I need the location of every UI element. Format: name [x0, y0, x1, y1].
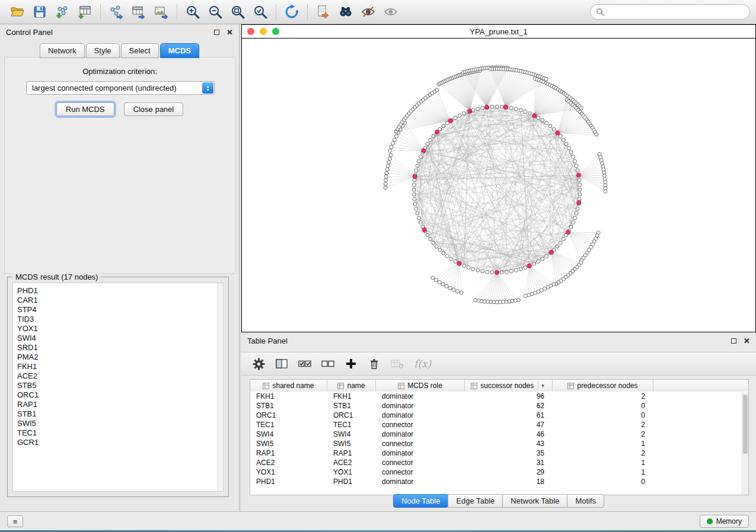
tab-network[interactable]: Network	[40, 43, 85, 58]
mcds-result-item[interactable]: SWI5	[17, 419, 213, 428]
table-row[interactable]: YOX1YOX1connector291	[250, 467, 748, 477]
mcds-result-item[interactable]: SRD1	[17, 343, 213, 352]
delete-table-icon[interactable]	[388, 355, 406, 373]
mcds-result-item[interactable]: TID3	[17, 315, 213, 324]
table-row[interactable]: TEC1TEC1connector472	[250, 420, 748, 430]
tab-edge-table[interactable]: Edge Table	[448, 494, 503, 508]
table-grid-icon	[398, 383, 404, 389]
table-row[interactable]: STB1STB1dominator620	[250, 401, 748, 411]
tab-mcds[interactable]: MCDS	[160, 43, 199, 58]
hide-selected-icon[interactable]	[357, 2, 379, 22]
column-header-successor-nodes[interactable]: successor nodes▾	[465, 380, 553, 392]
mcds-result-item[interactable]: RAP1	[17, 400, 213, 409]
mcds-result-item[interactable]: FKH1	[17, 362, 213, 371]
mcds-result-item[interactable]: PMA2	[17, 352, 213, 362]
export-image-icon[interactable]	[150, 2, 173, 22]
optimization-criterion-select[interactable]: largest connected component (undirected)…	[26, 81, 215, 95]
optimization-criterion-label: Optimization criterion:	[5, 67, 235, 76]
column-header-MCDS-role[interactable]: MCDS role	[376, 380, 465, 392]
memory-button[interactable]: Memory	[700, 515, 749, 528]
mcds-result-item[interactable]: ACE2	[17, 371, 213, 381]
search-box[interactable]	[590, 4, 750, 20]
mcds-result-list[interactable]: PHD1CAR1STP4TID3YOX1SWI4SRD1PMA2FKH1ACE2…	[12, 283, 218, 492]
function-builder-icon[interactable]: f(x)	[414, 358, 431, 370]
zoom-in-icon[interactable]	[181, 2, 204, 22]
save-session-icon[interactable]	[28, 2, 51, 22]
float-panel-icon[interactable]	[731, 338, 736, 344]
show-columns-icon[interactable]	[273, 355, 291, 373]
table-header-row: shared namenameMCDS rolesuccessor nodes▾…	[250, 380, 748, 392]
table-scrollbar[interactable]	[742, 392, 748, 495]
table-cell: FKH1	[250, 392, 327, 400]
column-header-predecessor-nodes[interactable]: predecessor nodes	[553, 380, 653, 392]
network-window: YPA_prune.txt_1	[241, 24, 756, 332]
table-cell: 35	[465, 449, 553, 457]
table-row[interactable]: ORC1ORC1dominator610	[250, 411, 748, 420]
column-menu-icon[interactable]: ▾	[538, 382, 546, 390]
zoom-selected-icon[interactable]	[249, 2, 272, 22]
table-cell: SWI5	[327, 440, 376, 448]
import-table-icon[interactable]	[74, 2, 96, 22]
tab-style[interactable]: Style	[86, 43, 120, 58]
table-browser-tabs: Node TableEdge TableNetwork TableMotifs	[241, 494, 756, 508]
table-cell: SWI5	[250, 440, 327, 448]
tab-motifs[interactable]: Motifs	[567, 494, 604, 508]
column-header-name[interactable]: name	[327, 380, 376, 392]
table-row[interactable]: FKH1FKH1dominator962	[250, 392, 748, 401]
table-settings-gear-icon[interactable]	[250, 355, 267, 373]
show-all-icon[interactable]	[379, 2, 402, 22]
table-row[interactable]: SWI5SWI5connector431	[250, 439, 748, 448]
export-table-icon[interactable]	[127, 2, 150, 22]
zoom-out-icon[interactable]	[204, 2, 227, 22]
apply-layout-icon[interactable]	[280, 2, 303, 22]
table-cell: dominator	[376, 402, 465, 410]
open-file-icon[interactable]	[6, 2, 28, 22]
network-canvas[interactable]	[242, 39, 755, 332]
tab-node-table[interactable]: Node Table	[393, 494, 449, 508]
tab-network-table[interactable]: Network Table	[502, 494, 567, 508]
close-panel-button[interactable]: Close panel	[124, 102, 184, 116]
table-cell: YOX1	[327, 468, 376, 476]
mcds-result-item[interactable]: ORC1	[17, 390, 213, 400]
table-cell: ORC1	[327, 411, 376, 419]
float-panel-icon[interactable]	[214, 30, 219, 35]
mcds-result-item[interactable]: STB5	[17, 381, 213, 390]
close-panel-icon[interactable]: ✕	[744, 337, 750, 345]
mcds-list-scrollbar[interactable]	[218, 283, 224, 492]
table-row[interactable]: PHD1PHD1dominator180	[250, 477, 748, 486]
mcds-result-item[interactable]: SWI4	[17, 334, 213, 343]
mcds-result-item[interactable]: STB1	[17, 409, 213, 419]
network-graph[interactable]	[242, 39, 755, 332]
table-row[interactable]: ACE2ACE2connector311	[250, 458, 748, 467]
dropdown-stepper-icon[interactable]: ▲ ▼	[202, 82, 213, 94]
table-panel: Table Panel ✕	[241, 333, 756, 511]
status-menu-button[interactable]: ≡	[7, 515, 23, 527]
copy-network-icon[interactable]	[312, 2, 334, 22]
mcds-result-item[interactable]: YOX1	[17, 324, 213, 334]
deselect-all-icon[interactable]	[319, 355, 337, 373]
select-all-icon[interactable]	[296, 355, 314, 373]
mcds-result-item[interactable]: TEC1	[17, 428, 213, 438]
export-network-icon[interactable]	[105, 2, 127, 22]
close-panel-icon[interactable]: ✕	[227, 28, 233, 36]
table-cell: 1	[553, 440, 653, 448]
table-grid-icon	[567, 383, 574, 389]
zoom-fit-icon[interactable]	[227, 2, 249, 22]
table-row[interactable]: SWI4SWI4dominator462	[250, 430, 748, 439]
binoculars-icon[interactable]	[334, 2, 357, 22]
mcds-result-item[interactable]: CAR1	[17, 296, 213, 305]
column-header-shared-name[interactable]: shared name	[250, 380, 327, 392]
scrollbar-thumb[interactable]	[743, 395, 748, 454]
table-cell: 0	[553, 411, 653, 419]
tab-select[interactable]: Select	[121, 43, 159, 58]
run-mcds-button[interactable]: Run MCDS	[56, 102, 114, 116]
mcds-result-item[interactable]: STP4	[17, 305, 213, 315]
delete-column-icon[interactable]	[365, 355, 383, 373]
mcds-result-item[interactable]: GCR1	[17, 438, 213, 447]
table-row[interactable]: RAP1RAP1dominator352	[250, 448, 748, 458]
table-grid-icon	[263, 383, 269, 389]
add-column-icon[interactable]	[342, 355, 360, 373]
search-input[interactable]	[608, 8, 744, 17]
import-network-icon[interactable]	[51, 2, 74, 22]
mcds-result-item[interactable]: PHD1	[17, 286, 213, 296]
